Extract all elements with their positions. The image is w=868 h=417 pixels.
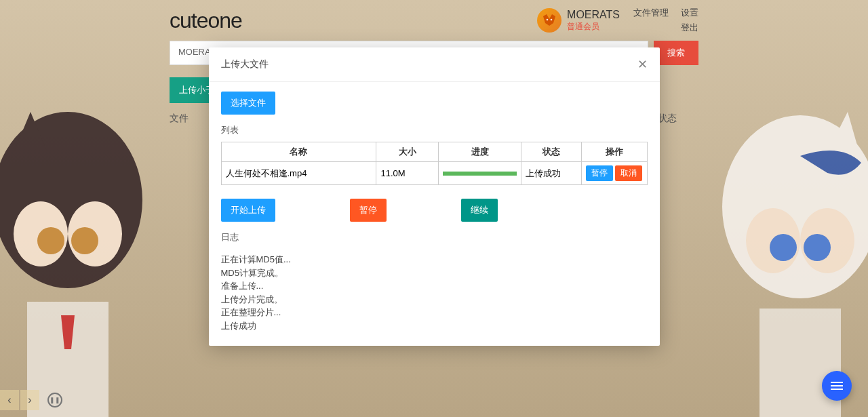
start-upload-button[interactable]: 开始上传 [221,199,275,222]
cell-ops: 暂停 取消 [581,162,647,185]
upload-modal: 上传大文件 ✕ 选择文件 列表 名称 大小 进度 状态 操作 [209,47,660,346]
log-line: 上传成功 [221,319,648,333]
log-block: 正在计算MD5值... MD5计算完成。 准备上传... 上传分片完成。 正在整… [221,253,648,332]
log-line: 正在整理分片... [221,306,648,319]
cell-name: 人生何处不相逢.mp4 [221,162,376,185]
action-row: 开始上传 暂停 继续 [221,199,648,222]
th-progress: 进度 [439,142,521,162]
table-header-row: 名称 大小 进度 状态 操作 [221,142,647,162]
modal-overlay: 上传大文件 ✕ 选择文件 列表 名称 大小 进度 状态 操作 [0,0,868,417]
table-row: 人生何处不相逢.mp4 11.0M 上传成功 暂停 取消 [221,162,647,185]
cell-status: 上传成功 [521,162,581,185]
close-icon[interactable]: ✕ [637,57,648,72]
upload-table: 名称 大小 进度 状态 操作 人生何处不相逢.mp4 11.0M 上传成功 [221,142,648,185]
log-label: 日志 [221,231,648,243]
modal-header: 上传大文件 ✕ [209,47,660,82]
choose-file-button[interactable]: 选择文件 [221,92,275,115]
progress-bar [443,172,516,176]
modal-body: 选择文件 列表 名称 大小 进度 状态 操作 人生何处不相逢.mp4 [209,82,660,346]
log-line: 上传分片完成。 [221,293,648,306]
cell-progress [439,162,521,185]
th-ops: 操作 [581,142,647,162]
modal-title: 上传大文件 [221,58,269,71]
row-pause-button[interactable]: 暂停 [586,165,613,181]
log-line: 正在计算MD5值... [221,253,648,266]
th-size: 大小 [376,142,439,162]
log-line: MD5计算完成。 [221,266,648,280]
row-cancel-button[interactable]: 取消 [615,165,642,181]
log-line: 准备上传... [221,279,648,293]
th-name: 名称 [221,142,376,162]
cell-size: 11.0M [376,162,439,185]
continue-button[interactable]: 继续 [461,199,498,222]
th-status: 状态 [521,142,581,162]
list-label: 列表 [221,124,648,136]
pause-button[interactable]: 暂停 [350,199,387,222]
